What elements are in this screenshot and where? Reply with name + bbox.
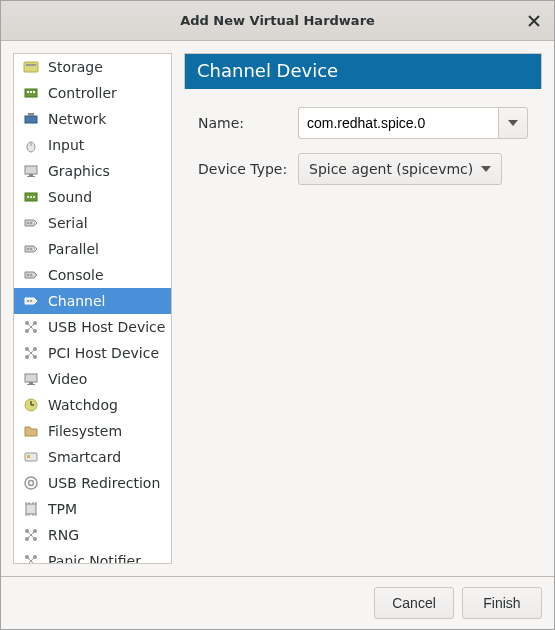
cancel-button[interactable]: Cancel <box>374 587 454 619</box>
svg-rect-39 <box>27 384 35 385</box>
device-type-label: Device Type: <box>198 161 288 177</box>
sidebar-item-label: PCI Host Device <box>48 345 159 361</box>
device-type-select[interactable]: Spice agent (spicevmc) <box>298 153 502 185</box>
name-label: Name: <box>198 115 288 131</box>
window-title: Add New Virtual Hardware <box>180 13 375 28</box>
svg-rect-10 <box>25 166 37 174</box>
hostdev-icon <box>22 526 40 544</box>
sidebar-item-label: USB Redirection <box>48 475 160 491</box>
svg-point-20 <box>30 248 32 250</box>
sidebar-item-label: Storage <box>48 59 103 75</box>
panel-title: Channel Device <box>184 53 542 89</box>
smartcard-icon <box>22 448 40 466</box>
sidebar-item-pci-host-device[interactable]: PCI Host Device <box>14 340 171 366</box>
filesystem-icon <box>22 422 40 440</box>
graphics-icon <box>22 162 40 180</box>
sidebar-item-label: Channel <box>48 293 105 309</box>
sound-icon <box>22 188 40 206</box>
serial-icon <box>22 214 40 232</box>
sidebar-item-console[interactable]: Console <box>14 262 171 288</box>
device-type-value: Spice agent (spicevmc) <box>309 161 473 177</box>
sidebar-item-label: Sound <box>48 189 92 205</box>
input-icon <box>22 136 40 154</box>
hostdev-icon <box>22 318 40 336</box>
sidebar-item-usb-redirection[interactable]: USB Redirection <box>14 470 171 496</box>
svg-rect-43 <box>25 453 37 461</box>
serial-icon <box>22 240 40 258</box>
name-input[interactable] <box>298 107 498 139</box>
svg-point-45 <box>25 477 37 489</box>
title-bar: Add New Virtual Hardware <box>1 1 554 41</box>
chevron-down-icon <box>508 120 518 126</box>
hostdev-icon <box>22 552 40 564</box>
svg-point-22 <box>30 274 32 276</box>
usbredir-icon <box>22 474 40 492</box>
dialog-footer: Cancel Finish <box>1 576 554 629</box>
svg-point-18 <box>30 222 32 224</box>
sidebar-item-serial[interactable]: Serial <box>14 210 171 236</box>
svg-point-14 <box>27 196 29 198</box>
content-area: StorageControllerNetworkInputGraphicsSou… <box>1 41 554 576</box>
sidebar-item-label: Graphics <box>48 163 110 179</box>
storage-icon <box>22 58 40 76</box>
svg-rect-1 <box>26 64 36 66</box>
sidebar-item-panic-notifier[interactable]: Panic Notifier <box>14 548 171 564</box>
svg-rect-38 <box>29 382 33 384</box>
sidebar-item-rng[interactable]: RNG <box>14 522 171 548</box>
sidebar-item-label: TPM <box>48 501 77 517</box>
svg-point-24 <box>30 300 32 302</box>
sidebar-item-channel[interactable]: Channel <box>14 288 171 314</box>
sidebar-item-filesystem[interactable]: Filesystem <box>14 418 171 444</box>
close-icon <box>528 15 540 27</box>
watchdog-icon <box>22 396 40 414</box>
sidebar-item-controller[interactable]: Controller <box>14 80 171 106</box>
svg-rect-5 <box>33 91 35 93</box>
finish-button[interactable]: Finish <box>462 587 542 619</box>
sidebar-item-label: Network <box>48 111 106 127</box>
sidebar-item-label: Parallel <box>48 241 99 257</box>
serial-icon <box>22 266 40 284</box>
svg-rect-44 <box>27 455 30 458</box>
svg-rect-12 <box>27 176 35 177</box>
close-button[interactable] <box>522 9 546 33</box>
svg-point-65 <box>33 563 37 564</box>
svg-point-16 <box>33 196 35 198</box>
sidebar-item-network[interactable]: Network <box>14 106 171 132</box>
sidebar-item-label: RNG <box>48 527 79 543</box>
details-panel: Channel Device Name: Device Type: Spice … <box>184 53 542 564</box>
sidebar-item-label: Smartcard <box>48 449 121 465</box>
sidebar-item-storage[interactable]: Storage <box>14 54 171 80</box>
sidebar-item-label: Input <box>48 137 84 153</box>
chevron-down-icon <box>481 166 491 172</box>
svg-rect-3 <box>27 91 29 93</box>
svg-point-21 <box>27 274 29 276</box>
sidebar-item-label: Console <box>48 267 104 283</box>
svg-point-15 <box>30 196 32 198</box>
name-dropdown-button[interactable] <box>498 107 528 139</box>
sidebar-item-label: Filesystem <box>48 423 122 439</box>
sidebar-item-label: Video <box>48 371 87 387</box>
sidebar-item-tpm[interactable]: TPM <box>14 496 171 522</box>
sidebar-item-sound[interactable]: Sound <box>14 184 171 210</box>
sidebar-item-usb-host-device[interactable]: USB Host Device <box>14 314 171 340</box>
serial-icon <box>22 292 40 310</box>
sidebar-item-watchdog[interactable]: Watchdog <box>14 392 171 418</box>
sidebar-item-input[interactable]: Input <box>14 132 171 158</box>
name-row: Name: <box>198 107 528 139</box>
sidebar-item-graphics[interactable]: Graphics <box>14 158 171 184</box>
svg-point-64 <box>25 563 29 564</box>
tpm-icon <box>22 500 40 518</box>
sidebar-item-label: Watchdog <box>48 397 118 413</box>
device-type-row: Device Type: Spice agent (spicevmc) <box>198 153 528 185</box>
sidebar-item-video[interactable]: Video <box>14 366 171 392</box>
svg-point-19 <box>27 248 29 250</box>
svg-rect-6 <box>25 116 37 123</box>
sidebar-item-parallel[interactable]: Parallel <box>14 236 171 262</box>
sidebar-item-label: Serial <box>48 215 88 231</box>
svg-rect-7 <box>28 113 34 116</box>
sidebar-item-label: Panic Notifier <box>48 553 141 564</box>
svg-point-17 <box>27 222 29 224</box>
hardware-type-list: StorageControllerNetworkInputGraphicsSou… <box>13 53 172 564</box>
panel-body: Name: Device Type: Spice agent (spicevmc… <box>184 89 542 203</box>
sidebar-item-smartcard[interactable]: Smartcard <box>14 444 171 470</box>
